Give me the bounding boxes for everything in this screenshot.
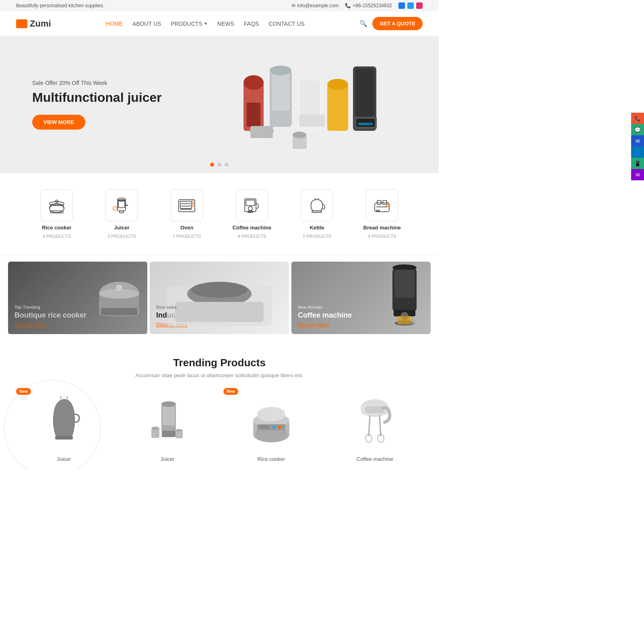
category-bread-machine[interactable]: Bread machine 4 PRODUCTS [358,189,406,239]
oven-name: Oven [180,225,194,231]
svg-point-39 [248,206,252,211]
rice-cooker-name: Rice cooker [42,225,72,231]
kettle-icon-wrap [301,189,333,221]
svg-rect-31 [180,201,192,208]
svg-rect-86 [259,425,269,429]
juicer-icon-wrap [105,189,138,221]
svg-point-73 [161,401,176,407]
product-card-3[interactable]: New Rice cooker [223,388,319,462]
bread-machine-name: Bread machine [363,225,401,231]
rice-cooker-count: 4 PRODUCTS [42,234,71,239]
svg-rect-4 [272,70,290,111]
logo-text: Zumi [30,19,51,29]
svg-rect-67 [398,316,411,324]
coffee-machine-icon-wrap [236,189,268,221]
product-card-2[interactable]: Juicer [120,388,216,462]
carousel-dot-1[interactable] [210,163,214,167]
tagline: Beautifully personalised kitchen supplie… [16,3,104,8]
product-3-name: Rice cooker [257,456,285,462]
svg-rect-72 [163,405,175,425]
hero-content: Sale Offer 20% Off This Week Multifuncti… [0,80,194,130]
oven-count: 7 PRODUCTS [173,234,201,239]
svg-rect-9 [327,85,348,131]
product-4-image [327,388,423,452]
nav-contact[interactable]: CONTACT US [268,21,305,27]
nav-home[interactable]: HOME [106,21,123,27]
product-2-illustration [147,392,188,448]
svg-rect-17 [250,126,273,138]
bread-machine-icon-wrap [366,189,398,221]
carousel-dot-3[interactable] [225,163,229,167]
phone-contact[interactable]: 📞 +86-15529234832 [345,3,392,8]
nav-news[interactable]: NEWS [217,21,234,27]
navigation: HOME ABOUT US PRODUCTS ▼ NEWS FAQS CONTA… [106,21,305,27]
coffee-machine-name: Coffee machine [232,225,271,231]
category-juicer[interactable]: Juicer 3 PRODUCTS [97,189,146,239]
logo[interactable]: Zumi [16,19,51,29]
nav-products[interactable]: PRODUCTS ▼ [171,21,207,27]
phone-icon: 📞 [345,3,351,8]
search-icon: 🔍 [359,20,367,27]
carousel-dots [210,163,229,167]
coffee-machine-icon [242,196,262,215]
banner-rice-cooker: Top Trending Boutique rice cooker Discov… [8,262,147,334]
chevron-down-icon: ▼ [204,21,208,26]
facebook-icon[interactable] [398,2,405,9]
trending-subtitle: Accumsan vitae pede lacus ut ullamcorper… [16,372,423,378]
category-oven[interactable]: Oven 7 PRODUCTS [163,189,211,239]
kettle-name: Kettle [310,225,324,231]
svg-rect-74 [162,431,175,437]
banner-3-label: New Arrivals [298,305,424,310]
svg-rect-62 [394,270,415,298]
instagram-icon[interactable] [416,2,423,9]
kettle-icon [307,196,326,215]
juicer-icon [112,196,131,215]
hero-sale-text: Sale Offer 20% Off This Week [32,80,162,86]
banner-1-label: Top Trending [14,305,141,310]
product-card-4[interactable]: Coffee machine [327,388,423,462]
svg-point-85 [272,425,276,429]
nav-about[interactable]: ABOUT US [132,21,161,27]
svg-rect-8 [299,115,325,127]
banner-induction-image [150,262,289,334]
top-bar: Beautifully personalised kitchen supplie… [0,0,439,11]
search-button[interactable]: 🔍 [359,20,367,27]
email-contact[interactable]: ✉ info@example.com [291,3,339,8]
coffee-machine-count: 4 PRODUCTS [237,234,266,239]
product-3-illustration [249,392,293,448]
category-rice-cooker[interactable]: Rice cooker 4 PRODUCTS [33,189,81,239]
products-grid: New Juicer [16,388,423,462]
twitter-icon[interactable] [407,2,414,9]
svg-rect-45 [377,200,381,204]
carousel-dot-2[interactable] [217,163,221,167]
product-4-illustration [353,392,397,448]
banner-2-label: Best sales [156,305,283,310]
product-2-name: Juicer [161,456,175,462]
product-1-illustration [44,392,84,448]
svg-rect-68 [55,436,73,440]
hero-title: Multifunctional juicer [32,90,162,105]
svg-point-29 [113,206,117,211]
oven-icon [177,196,196,215]
svg-rect-46 [383,200,387,204]
category-coffee-machine[interactable]: Coffee machine 4 PRODUCTS [228,189,276,239]
svg-rect-82 [255,430,287,437]
svg-point-55 [116,285,122,291]
svg-line-92 [380,415,381,436]
svg-point-1 [244,75,264,90]
product-card-1[interactable]: New Juicer [16,388,112,462]
nav-faqs[interactable]: FAQS [244,21,259,27]
new-badge-1: New [16,388,31,395]
header: Zumi HOME ABOUT US PRODUCTS ▼ NEWS FAQS … [0,11,439,36]
hero-appliances-illustration [231,50,405,159]
rice-cooker-icon-wrap [41,189,73,221]
new-badge-3: New [223,388,238,395]
svg-point-84 [278,425,281,429]
get-quote-button[interactable]: GET A QUOTE [372,17,423,30]
banner-rice-cooker-image [95,266,143,322]
svg-point-5 [270,66,291,75]
category-kettle[interactable]: Kettle 2 PRODUCTS [293,189,341,239]
hero-view-more-button[interactable]: VIEW MORE [32,115,85,130]
product-4-name: Coffee machine [357,456,393,462]
banner-induction: Best sales Induction cooker Discover Mor… [150,262,289,334]
